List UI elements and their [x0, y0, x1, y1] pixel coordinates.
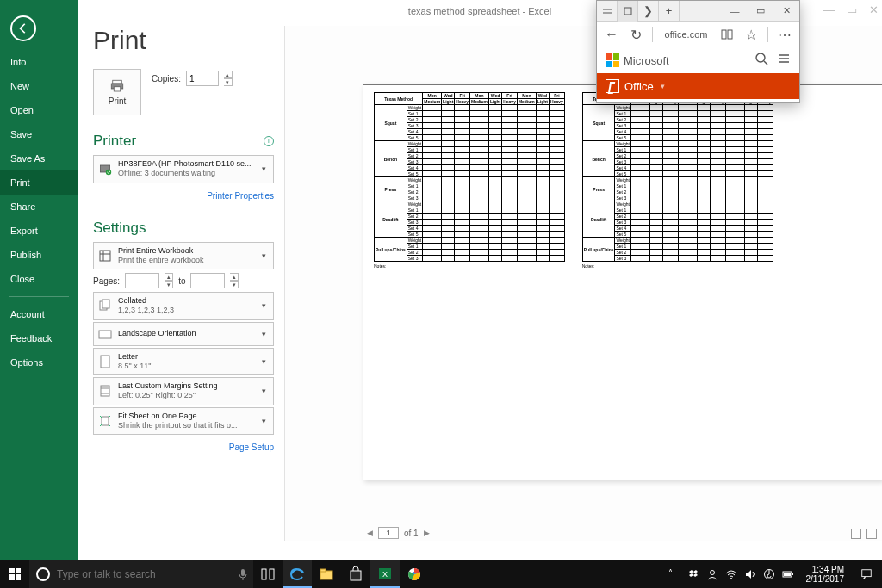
back-icon[interactable]: ← — [604, 27, 619, 42]
maximize-button[interactable]: ▭ — [748, 1, 773, 22]
setting-icon — [97, 298, 113, 313]
setting-collated[interactable]: Collated1,2,3 1,2,3 1,2,3▾ — [93, 292, 274, 320]
setting-fit-sheet-on-one-page[interactable]: Fit Sheet on One PageShrink the printout… — [93, 407, 274, 436]
sidebar-item-options[interactable]: Options — [0, 350, 78, 374]
backstage-sidebar: InfoNewOpenSaveSave AsPrintShareExportPu… — [0, 0, 78, 560]
taskbar-chrome[interactable] — [400, 560, 429, 588]
svg-rect-0 — [113, 80, 122, 84]
pages-to-label: to — [178, 276, 185, 286]
setting-landscape-orientation[interactable]: Landscape Orientation▾ — [93, 322, 274, 346]
sidebar-item-new[interactable]: New — [0, 74, 78, 98]
favorite-icon[interactable]: ☆ — [743, 27, 759, 42]
microsoft-header: Microsoft — [597, 47, 799, 73]
zoom-to-page-button[interactable] — [851, 529, 861, 539]
printer-selector[interactable]: HP38FE9A (HP Photosmart D110 se... Offli… — [93, 155, 274, 183]
svg-rect-21 — [241, 569, 245, 576]
reading-view-icon[interactable] — [719, 27, 735, 42]
more-icon[interactable]: ⋯ — [777, 27, 792, 42]
setting-icon — [97, 354, 113, 369]
printer-heading: Printer — [93, 133, 136, 150]
close-button[interactable]: ✕ — [773, 1, 799, 22]
setting-letter[interactable]: Letter8.5" x 11"▾ — [93, 348, 274, 376]
tray-chevron-icon[interactable]: ˄ — [668, 568, 680, 580]
new-tab-button[interactable]: + — [659, 1, 680, 22]
action-center-button[interactable] — [856, 560, 877, 588]
task-view-button[interactable] — [253, 560, 283, 588]
printer-status: Offline: 3 documents waiting — [118, 169, 253, 178]
svg-rect-23 — [270, 569, 274, 579]
search-input[interactable] — [57, 568, 226, 580]
tray-people-icon[interactable] — [706, 568, 718, 580]
chevron-down-icon: ▾ — [258, 301, 270, 310]
sidebar-item-info[interactable]: Info — [0, 50, 78, 74]
url-text[interactable]: office.com — [662, 29, 711, 40]
sidebar-item-share[interactable]: Share — [0, 195, 78, 219]
microsoft-label: Microsoft — [624, 54, 669, 67]
chevron-down-icon: ▾ — [661, 82, 665, 90]
minimize-button[interactable]: — — [722, 1, 748, 22]
next-page-button[interactable]: ▶ — [424, 529, 430, 537]
copies-input[interactable] — [186, 71, 219, 86]
print-button[interactable]: Print — [93, 69, 141, 115]
tray-volume-icon[interactable] — [744, 568, 756, 580]
prev-page-button[interactable]: ◀ — [367, 529, 373, 537]
office-banner[interactable]: Office ▾ — [597, 73, 799, 99]
excel-window-controls: —▭✕ — [823, 3, 879, 16]
sidebar-item-save-as[interactable]: Save As — [0, 146, 78, 170]
taskbar-explorer[interactable] — [312, 560, 341, 588]
copies-spinner[interactable]: ▴▾ — [224, 71, 233, 86]
tab-preview-button[interactable] — [597, 1, 618, 22]
sidebar-item-print[interactable]: Print — [0, 170, 78, 195]
svg-rect-26 — [351, 571, 361, 580]
microsoft-logo-icon — [606, 53, 619, 67]
mic-icon[interactable] — [233, 568, 253, 580]
page-setup-link[interactable]: Page Setup — [229, 443, 274, 452]
search-icon[interactable] — [755, 52, 768, 69]
setting-last-custom-margins-setting[interactable]: Last Custom Margins SettingLeft: 0.25" R… — [93, 377, 274, 405]
hamburger-icon[interactable] — [777, 52, 791, 69]
back-button[interactable] — [10, 15, 36, 41]
cortana-search[interactable] — [29, 560, 253, 588]
sidebar-item-account[interactable]: Account — [0, 302, 78, 326]
page-number-input[interactable] — [378, 527, 399, 539]
arrow-left-icon — [17, 22, 29, 34]
printer-info-icon[interactable]: i — [264, 136, 274, 146]
pages-to-input[interactable] — [190, 273, 225, 288]
forward-tab-button[interactable]: ❯ — [638, 1, 659, 22]
svg-point-32 — [730, 578, 732, 579]
svg-rect-36 — [784, 573, 791, 576]
tray-battery-icon[interactable] — [782, 568, 794, 580]
tray-wifi-icon[interactable] — [725, 568, 737, 580]
sidebar-item-publish[interactable]: Publish — [0, 243, 78, 267]
page-of-label: of 1 — [404, 529, 419, 538]
printer-properties-link[interactable]: Printer Properties — [207, 191, 274, 201]
taskbar-excel[interactable]: X — [370, 560, 400, 588]
svg-rect-10 — [99, 331, 111, 338]
printer-icon — [108, 78, 127, 94]
sidebar-item-close[interactable]: Close — [0, 267, 78, 291]
sidebar-separator — [9, 296, 69, 297]
setting-print-entire-workbook[interactable]: Print Entire WorkbookPrint the entire wo… — [93, 242, 274, 270]
sidebar-item-save[interactable]: Save — [0, 122, 78, 146]
taskbar-store[interactable] — [341, 560, 370, 588]
start-button[interactable] — [0, 560, 29, 588]
sidebar-item-open[interactable]: Open — [0, 98, 78, 122]
taskbar-clock[interactable]: 1:34 PM 2/11/2017 — [801, 565, 850, 584]
pages-from-input[interactable] — [125, 273, 159, 288]
chevron-down-icon: ▾ — [258, 164, 270, 173]
tray-beats-icon[interactable] — [763, 568, 775, 580]
sidebar-item-feedback[interactable]: Feedback — [0, 326, 78, 350]
taskbar-edge[interactable] — [283, 560, 312, 588]
refresh-icon[interactable]: ↻ — [628, 27, 643, 42]
chevron-down-icon: ▾ — [258, 330, 270, 338]
sidebar-item-export[interactable]: Export — [0, 219, 78, 243]
svg-rect-37 — [862, 569, 872, 576]
svg-point-4 — [106, 170, 111, 175]
svg-rect-15 — [102, 417, 109, 425]
show-margins-button[interactable] — [866, 529, 877, 539]
tray-dropbox-icon[interactable] — [687, 568, 699, 580]
print-button-label: Print — [109, 96, 127, 106]
svg-rect-2 — [114, 87, 121, 91]
current-tab[interactable] — [618, 1, 638, 22]
printer-status-icon — [97, 161, 113, 176]
